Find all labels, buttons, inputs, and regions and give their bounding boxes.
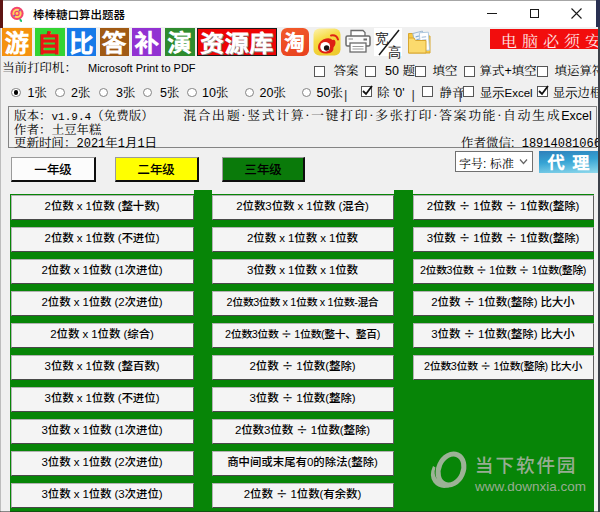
svg-text:当下软件园: 当下软件园	[475, 451, 578, 477]
svg-text:www.downxia.com: www.downxia.com	[474, 479, 586, 494]
